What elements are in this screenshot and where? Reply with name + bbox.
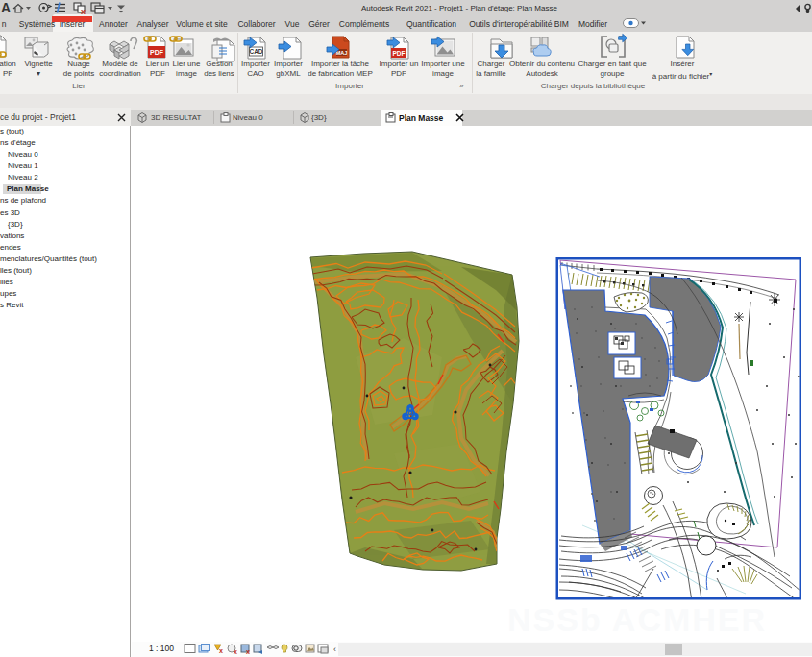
svg-text:x: x — [219, 647, 223, 654]
svg-text:‹: ‹ — [333, 645, 336, 654]
svg-text:x: x — [234, 648, 237, 655]
svg-text:PDF: PDF — [393, 50, 406, 57]
svg-text:x: x — [246, 648, 250, 655]
svg-text:PDF: PDF — [150, 49, 164, 56]
svg-text:CAD: CAD — [249, 48, 262, 55]
svg-text:A: A — [1, 0, 11, 15]
